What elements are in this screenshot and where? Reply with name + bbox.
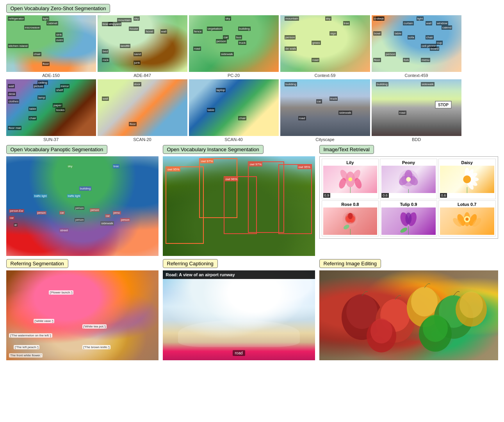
retrieval-peony: Peony 0.6 xyxy=(380,159,437,199)
daisy-name: Daisy xyxy=(461,160,472,165)
label-sidewalk-city: sidewalk xyxy=(338,111,352,115)
label-house: house xyxy=(129,27,139,31)
label-laptop-scan40: laptop xyxy=(216,88,226,92)
label-person4-panoptic: person xyxy=(120,218,130,222)
label-light: light xyxy=(42,16,50,21)
zero-shot-header: Open Vocabulary Zero-Shot Segmentation xyxy=(6,4,110,13)
label-sidewalk-bdd: sidewalk xyxy=(421,82,435,86)
label-paper-sun37: paper xyxy=(53,103,62,107)
label-floor-ctx459: floor xyxy=(373,58,381,62)
img-container-ade847: sky branch house shipyard mountain hovel… xyxy=(98,15,187,78)
retrieval-grid: Lily xyxy=(322,159,496,236)
svg-point-55 xyxy=(370,318,392,343)
label-floor: floor xyxy=(42,62,50,66)
label-bdd: BDD xyxy=(412,137,421,142)
ref-seg-section: Referring Segmentation ['Flower bunch.']… xyxy=(6,259,160,360)
label-person3-panoptic: person xyxy=(90,208,100,212)
label-road-pc20: road xyxy=(193,46,201,51)
label-hovel: hovel xyxy=(145,29,154,34)
retrieval-header: Image/Text Retrieval xyxy=(319,145,374,154)
lily-svg xyxy=(323,166,378,193)
seg-img-scan20: door wall floor xyxy=(98,79,187,136)
label-calendar-ctx459: calend xyxy=(442,25,452,30)
label-street-panoptic: street xyxy=(59,228,69,232)
seg-img-pc20: sky vegetation building car bus fence pe… xyxy=(189,15,279,72)
label-sidewalk-panoptic: sidewalk xyxy=(100,221,114,225)
stop-sign: STOP xyxy=(435,101,451,109)
label-road-ctx59: road xyxy=(312,58,319,62)
seg-row-1: refrigerator light cabinet microwave kit… xyxy=(6,15,498,78)
panoptic-image: sky tree building traffic light traffic … xyxy=(6,156,159,256)
ref-label-knife: ['The brown knife.'] xyxy=(82,345,111,349)
ref-editing-section: Referring Image Editing xyxy=(319,259,498,360)
label-dewalk-ctx59: de walk xyxy=(285,46,297,51)
label-building-pc20: building xyxy=(238,27,251,31)
label-scan20: SCAN-20 xyxy=(133,137,151,142)
label-door-scan20: door xyxy=(134,82,141,86)
label-car-city: car xyxy=(316,99,322,104)
label-person5-panoptic: person xyxy=(75,218,84,222)
rose-name-score: Rose 0.8 xyxy=(341,202,359,207)
retrieval-tulip: Tulip 0.9 xyxy=(380,200,437,236)
retrieval-daisy: Daisy xyxy=(438,159,496,199)
detect-label-owl3: owl 96% xyxy=(225,177,238,181)
label-car2-panoptic: car xyxy=(59,211,65,215)
peony-svg xyxy=(381,166,436,193)
img-container-ctx59: mountain sky person sign grass de walk r… xyxy=(280,15,370,78)
label-mountain-ctx59: mountain xyxy=(285,16,299,21)
peony-score: 0.6 xyxy=(381,193,389,198)
seg-img-ctx59: mountain sky person sign grass de walk r… xyxy=(280,15,370,72)
zero-shot-section: Open Vocabulary Zero-Shot Segmentation r… xyxy=(6,4,498,142)
label-books-sun37: books xyxy=(55,108,65,112)
label-building-bdd: building xyxy=(376,82,388,86)
ref-caption-header: Referring Captioning xyxy=(163,259,218,268)
label-tree-panoptic: tree xyxy=(113,164,120,168)
ref-label-watermelon: ['The watermelon on the left.'] xyxy=(9,333,52,338)
label-trafficlight-panoptic: traffic light xyxy=(34,194,48,198)
daisy-img xyxy=(440,166,494,193)
label-light-ctx459: light xyxy=(417,16,424,21)
ref-label-flower: The front white flower.' xyxy=(9,353,43,358)
label-chair-ctx459: chair xyxy=(426,35,434,39)
label-chair: chair xyxy=(33,52,41,56)
label-mountain: mountain xyxy=(117,18,132,22)
label-kitchen-island: kitchen island xyxy=(8,44,28,48)
label-clothes-sun37: clothes xyxy=(8,99,19,104)
label-building-panoptic: building xyxy=(79,186,92,191)
label-floormat-sun37: floor mat xyxy=(8,126,21,130)
panoptic-header: Open Vocabulary Panoptic Segmentation xyxy=(6,145,108,154)
seg-img-scan40: laptop table chair xyxy=(189,79,279,136)
label-picture-sun37: picture xyxy=(33,84,44,88)
label-chair-sun37: chair xyxy=(28,116,37,120)
img-container-pc20: sky vegetation building car bus fence pe… xyxy=(189,15,279,78)
svg-point-27 xyxy=(348,213,353,219)
label-table-ctx459: table xyxy=(394,31,402,36)
lotus-svg xyxy=(440,207,494,235)
label-window-ctx459: window xyxy=(436,21,448,25)
label-table-scan40: table xyxy=(207,108,215,112)
label-ade150: ADE-150 xyxy=(42,73,60,78)
label-vegetation: vegetation xyxy=(207,27,223,31)
svg-point-53 xyxy=(459,291,483,318)
detect-label-owl1: owl 95% xyxy=(167,167,180,172)
seg-img-sun37: ceiling wall picture shelf mirror desk l… xyxy=(6,79,96,136)
label-desk-sun37: desk xyxy=(8,92,16,96)
label-shipyard: shipyard xyxy=(108,22,121,26)
label-ar-panoptic: ar xyxy=(14,223,18,227)
seg-img-ade150: refrigerator light cabinet microwave kit… xyxy=(6,15,96,72)
label-truck-city: truck xyxy=(329,97,338,101)
label-person2-panoptic: person xyxy=(37,211,46,215)
instance-header: Open Vocabulary Instance Segmentation xyxy=(163,145,264,154)
seg-img-bdd: building sidewalk road STOP xyxy=(372,79,461,136)
main-container: Open Vocabulary Zero-Shot Segmentation r… xyxy=(6,4,498,360)
ref-caption-image: Road: A view of an airport runway road xyxy=(163,270,315,360)
retrieval-lotus: Lotus 0.7 xyxy=(438,200,496,236)
label-cup-ctx459: cup xyxy=(436,41,443,45)
label-wall-scan20: wall xyxy=(102,97,109,101)
lotus-img xyxy=(440,207,494,235)
bottom-row: Referring Segmentation ['Flower bunch.']… xyxy=(6,259,498,360)
lily-img xyxy=(323,166,378,193)
daisy-score: 0.6 xyxy=(440,193,447,198)
ref-label-flower-bunch: ['Flower bunch.'] xyxy=(49,290,74,295)
daisy-svg xyxy=(440,166,494,193)
